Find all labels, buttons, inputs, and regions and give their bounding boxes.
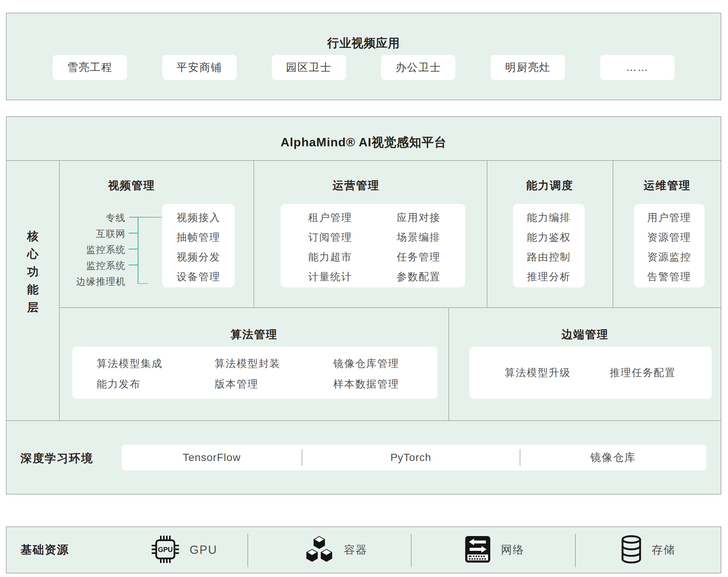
ops-item: 任务管理 <box>383 247 455 267</box>
architecture-diagram: 行业视频应用 雪亮工程 平安商铺 园区卫士 办公卫士 明厨亮灶 …… Alpha… <box>0 0 728 577</box>
algo-item: 版本管理 <box>215 374 281 394</box>
app-chip-mingchu: 明厨亮灶 <box>491 55 565 80</box>
video-functions-box: 视频接入 抽帧管理 视频分发 设备管理 <box>162 204 235 287</box>
connector-tick <box>129 249 138 249</box>
maintenance-title: 运维管理 <box>613 178 722 193</box>
core-layer-strip: 核心功能层 <box>6 160 60 420</box>
algo-item: 算法模型封装 <box>215 353 281 374</box>
ops-item: 能力超市 <box>294 247 366 267</box>
gpu-icon: GPU <box>151 535 180 565</box>
edge-box: 算法模型升级 推理任务配置 <box>469 347 712 399</box>
resource-divider <box>248 534 248 567</box>
video-source: 专线 <box>52 210 126 226</box>
connector-tick <box>129 233 138 234</box>
ops-item: 参数配置 <box>383 267 455 287</box>
capability-item: 推理分析 <box>513 267 585 287</box>
connector-line-main <box>129 217 163 218</box>
dl-env-pytorch: PyTorch <box>302 445 520 470</box>
resource-container: 容器 <box>304 527 367 573</box>
connector-tick <box>129 265 138 265</box>
video-source: 监控系统 <box>52 257 126 273</box>
algorithm-box: 算法模型集成 能力发布 算法模型封装 版本管理 镜像仓库管理 样本数据管理 <box>72 347 438 399</box>
storage-icon <box>621 535 642 566</box>
app-chip-xueliang: 雪亮工程 <box>53 55 127 80</box>
video-function: 视频接入 <box>162 208 235 227</box>
capability-item: 能力编排 <box>513 208 585 227</box>
edge-title: 边端管理 <box>449 327 722 342</box>
video-mgmt-title: 视频管理 <box>63 178 200 193</box>
maintenance-item: 告警管理 <box>634 267 704 287</box>
network-icon <box>464 535 491 566</box>
industry-apps-section: 行业视频应用 雪亮工程 平安商铺 园区卫士 办公卫士 明厨亮灶 …… <box>6 13 721 100</box>
resource-storage: 存储 <box>621 527 675 573</box>
resource-network: 网络 <box>464 527 524 573</box>
edge-item: 算法模型升级 <box>485 347 591 399</box>
maintenance-item: 资源监控 <box>634 247 704 267</box>
video-sources-list: 专线 互联网 监控系统 监控系统 边缘推理机 <box>52 210 126 289</box>
capability-item: 路由控制 <box>513 247 585 267</box>
algo-col-1: 算法模型集成 能力发布 <box>97 353 163 394</box>
ops-item: 订阅管理 <box>294 227 366 247</box>
algo-item: 样本数据管理 <box>333 374 399 394</box>
app-chip-yuanqu: 园区卫士 <box>272 55 346 80</box>
maintenance-item: 资源管理 <box>634 227 704 247</box>
svg-text:GPU: GPU <box>158 546 173 553</box>
algo-item: 能力发布 <box>97 374 163 394</box>
maintenance-item: 用户管理 <box>634 208 704 227</box>
app-chip-ellipsis: …… <box>600 55 675 80</box>
edge-item: 推理任务配置 <box>590 347 696 399</box>
industry-apps-row: 雪亮工程 平安商铺 园区卫士 办公卫士 明厨亮灶 …… <box>6 55 721 80</box>
container-icon <box>304 535 334 566</box>
video-function: 设备管理 <box>162 267 235 287</box>
row1-divider <box>60 307 721 308</box>
dl-env-registry: 镜像仓库 <box>520 445 706 470</box>
capability-title: 能力调度 <box>487 178 613 193</box>
capability-item: 能力鉴权 <box>513 227 585 247</box>
algorithm-title: 算法管理 <box>60 327 449 342</box>
algo-col-2: 算法模型封装 版本管理 <box>215 353 281 394</box>
ops-item: 计量统计 <box>294 267 366 287</box>
algo-item: 镜像仓库管理 <box>333 353 399 374</box>
platform-title: AlphaMind® AI视觉感知平台 <box>6 134 721 151</box>
video-source: 边缘推理机 <box>52 273 126 289</box>
connector-stub <box>138 283 148 284</box>
dl-env-label: 深度学习环境 <box>20 451 115 466</box>
dl-env-divider <box>302 449 302 466</box>
resource-storage-label: 存储 <box>652 543 675 558</box>
ops-mgmt-title: 运营管理 <box>254 178 458 193</box>
core-layer-label: 核心功能层 <box>27 227 39 316</box>
ops-item: 应用对接 <box>383 208 455 227</box>
ops-col-2: 应用对接 场景编排 任务管理 参数配置 <box>383 208 455 287</box>
video-function: 视频分发 <box>162 247 235 267</box>
ops-col-1: 租户管理 订阅管理 能力超市 计量统计 <box>294 208 366 287</box>
industry-apps-title: 行业视频应用 <box>6 35 721 51</box>
app-chip-pingan: 平安商铺 <box>162 55 237 80</box>
algo-col-3: 镜像仓库管理 样本数据管理 <box>333 353 399 394</box>
ops-item: 租户管理 <box>294 208 366 227</box>
capability-box: 能力编排 能力鉴权 路由控制 推理分析 <box>513 204 585 287</box>
dl-env-tensorflow: TensorFlow <box>122 445 302 470</box>
video-function: 抽帧管理 <box>162 227 235 247</box>
dl-env-divider <box>520 449 520 466</box>
resource-gpu-label: GPU <box>190 543 217 557</box>
algo-item: 算法模型集成 <box>97 353 163 374</box>
maintenance-box: 用户管理 资源管理 资源监控 告警管理 <box>634 204 704 287</box>
resource-divider <box>575 534 576 567</box>
title-divider <box>6 160 721 161</box>
ops-mgmt-box: 租户管理 订阅管理 能力超市 计量统计 应用对接 场景编排 任务管理 参数配置 <box>281 204 465 287</box>
base-resources-label: 基础资源 <box>20 527 69 573</box>
row2-divider <box>6 420 721 421</box>
ops-item: 场景编排 <box>383 227 455 247</box>
connector-bus <box>138 217 138 284</box>
resource-network-label: 网络 <box>501 543 524 558</box>
resource-divider <box>411 534 411 567</box>
dl-env-bar: TensorFlow PyTorch 镜像仓库 <box>122 445 706 470</box>
video-source: 监控系统 <box>52 241 126 257</box>
platform-section: AlphaMind® AI视觉感知平台 核心功能层 视频管理 运营管理 能力调度… <box>6 116 721 494</box>
video-source: 互联网 <box>52 226 126 241</box>
base-resources-section: 基础资源 GPU GPU <box>6 527 721 573</box>
resource-gpu: GPU GPU <box>151 527 217 573</box>
app-chip-bangong: 办公卫士 <box>381 55 455 80</box>
row2-col-divider <box>449 307 449 420</box>
resource-container-label: 容器 <box>344 543 367 558</box>
